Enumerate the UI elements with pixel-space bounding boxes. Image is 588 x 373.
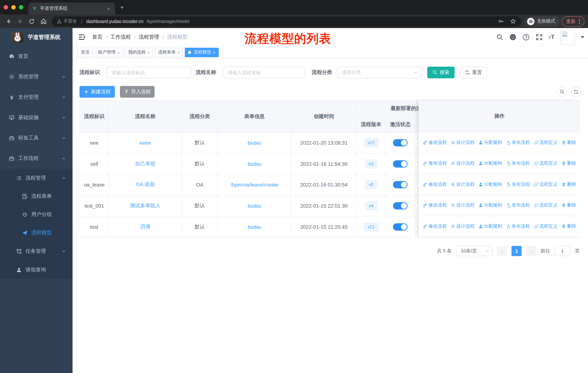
- breadcrumb-workflow[interactable]: 工作流程: [110, 34, 131, 40]
- active-toggle[interactable]: [393, 139, 408, 147]
- home-button[interactable]: [39, 17, 48, 26]
- action-design[interactable]: 设计流程: [450, 140, 474, 146]
- sidebar-collapse-icon[interactable]: [78, 33, 86, 41]
- search-button[interactable]: 搜索: [427, 67, 455, 78]
- bookmark-star-icon[interactable]: [510, 18, 516, 24]
- github-icon[interactable]: [509, 33, 516, 41]
- tag-my-process[interactable]: 我的流程 ×: [125, 48, 153, 57]
- avatar-caret-icon[interactable]: [581, 36, 584, 38]
- filter-key-input[interactable]: [107, 67, 191, 78]
- process-name-link[interactable]: eeee: [140, 140, 151, 146]
- tag-process-form[interactable]: 流程表单 ×: [155, 48, 183, 57]
- action-assign-rule[interactable]: 分配规则: [478, 181, 502, 188]
- window-zoom-button[interactable]: [19, 5, 23, 10]
- sidebar-item-system[interactable]: 系统管理: [0, 67, 73, 87]
- sidebar-item-workflow[interactable]: 工作流程: [0, 148, 73, 169]
- sidebar-item-pay[interactable]: ¥ 支付管理: [0, 87, 73, 107]
- prev-page-button[interactable]: ‹: [497, 246, 507, 256]
- action-edit[interactable]: 修改流程: [423, 223, 447, 230]
- action-edit[interactable]: 修改流程: [423, 181, 447, 188]
- toggle-search-button[interactable]: [557, 87, 567, 97]
- breadcrumb-process-mgmt[interactable]: 流程管理: [139, 34, 159, 40]
- filter-name-input[interactable]: [223, 67, 305, 78]
- new-tab-button[interactable]: +: [120, 4, 124, 10]
- form-info-link[interactable]: biubiu: [248, 140, 261, 146]
- active-toggle[interactable]: [393, 202, 408, 210]
- action-publish[interactable]: 发布流程: [506, 181, 530, 188]
- action-delete[interactable]: 删除: [561, 202, 576, 209]
- form-info-link[interactable]: biubiu: [248, 224, 261, 230]
- form-info-link[interactable]: biubiu: [248, 203, 261, 209]
- process-name-link[interactable]: 测试多审批人: [130, 202, 161, 209]
- help-icon[interactable]: [522, 33, 530, 41]
- action-definition[interactable]: 流程定义: [534, 161, 557, 167]
- sidebar-item-process-model[interactable]: 流程模型: [0, 224, 73, 242]
- font-size-icon[interactable]: TT: [549, 34, 555, 40]
- sidebar-item-home[interactable]: 首页: [0, 46, 73, 67]
- refresh-table-button[interactable]: [571, 87, 581, 97]
- sidebar-item-leave-query[interactable]: 请假查询: [0, 261, 73, 279]
- action-publish[interactable]: 发布流程: [506, 202, 530, 209]
- tag-close-icon[interactable]: ×: [147, 50, 150, 54]
- current-page-button[interactable]: 1: [511, 246, 522, 256]
- process-name-link[interactable]: 自己审批: [135, 161, 156, 167]
- reload-button[interactable]: [27, 17, 36, 26]
- search-icon[interactable]: [496, 33, 504, 41]
- tag-tenant[interactable]: 租户管理 ×: [95, 48, 123, 57]
- password-key-icon[interactable]: [498, 18, 504, 24]
- active-toggle[interactable]: [393, 181, 408, 189]
- sidebar-item-infra[interactable]: 基础设施: [0, 107, 73, 128]
- import-process-button[interactable]: 导入流程: [120, 86, 155, 98]
- sidebar-item-dev[interactable]: 研发工具: [0, 128, 73, 148]
- fullscreen-icon[interactable]: [536, 33, 543, 41]
- goto-page-input[interactable]: [555, 246, 570, 256]
- tag-home[interactable]: 首页: [78, 48, 93, 57]
- action-definition[interactable]: 流程定义: [534, 140, 557, 146]
- security-status[interactable]: 不安全: [57, 18, 77, 24]
- action-delete[interactable]: 删除: [561, 181, 576, 188]
- sidebar-item-process-mgmt[interactable]: 流程管理: [0, 169, 73, 187]
- action-edit[interactable]: 修改流程: [423, 202, 447, 209]
- tag-process-model[interactable]: 流程模型 ×: [185, 48, 219, 57]
- browser-tab[interactable]: 芋道管理系统 ×: [28, 2, 115, 15]
- window-minimize-button[interactable]: [11, 5, 16, 10]
- avatar[interactable]: [560, 30, 575, 44]
- action-publish[interactable]: 发布流程: [506, 161, 530, 167]
- active-toggle[interactable]: [393, 160, 408, 168]
- action-definition[interactable]: 流程定义: [534, 181, 557, 188]
- tag-close-icon[interactable]: ×: [213, 50, 215, 54]
- form-info-link[interactable]: /bpm/oa/leave/create: [231, 182, 278, 188]
- tag-close-icon[interactable]: ×: [178, 50, 180, 54]
- breadcrumb-home[interactable]: 首页: [92, 34, 102, 40]
- action-assign-rule[interactable]: 分配规则: [478, 140, 502, 146]
- action-definition[interactable]: 流程定义: [534, 202, 557, 209]
- page-size-select[interactable]: 10条/页: [456, 246, 493, 256]
- action-definition[interactable]: 流程定义: [534, 223, 557, 230]
- reset-button[interactable]: 重置: [460, 67, 487, 78]
- forward-button[interactable]: [15, 17, 25, 26]
- action-delete[interactable]: 删除: [561, 140, 576, 146]
- action-design[interactable]: 设计流程: [450, 202, 474, 209]
- sidebar-item-task-mgmt[interactable]: 任务管理: [0, 242, 73, 261]
- action-assign-rule[interactable]: 分配规则: [478, 223, 502, 230]
- process-name-link[interactable]: OA 请假: [136, 181, 155, 188]
- create-process-button[interactable]: 新建流程: [79, 86, 115, 98]
- sidebar-item-process-form[interactable]: 流程表单: [0, 187, 73, 205]
- tab-close-icon[interactable]: ×: [106, 6, 112, 11]
- action-publish[interactable]: 发布流程: [506, 140, 530, 146]
- tag-close-icon[interactable]: ×: [117, 50, 120, 54]
- active-toggle[interactable]: [393, 223, 408, 231]
- action-design[interactable]: 设计流程: [450, 161, 474, 167]
- sidebar-item-user-group[interactable]: 用户分组: [0, 205, 73, 224]
- window-close-button[interactable]: [4, 5, 8, 10]
- next-page-button[interactable]: ›: [526, 246, 536, 256]
- action-publish[interactable]: 发布流程: [506, 223, 530, 230]
- action-edit[interactable]: 修改流程: [423, 161, 447, 167]
- action-edit[interactable]: 修改流程: [423, 140, 447, 146]
- action-assign-rule[interactable]: 分配规则: [478, 161, 502, 167]
- action-delete[interactable]: 删除: [561, 161, 576, 167]
- address-bar[interactable]: 不安全 dashboard.yudao.iocoder.cn /bpm/mana…: [52, 16, 521, 26]
- back-button[interactable]: [4, 17, 13, 26]
- action-design[interactable]: 设计流程: [450, 181, 474, 188]
- action-design[interactable]: 设计流程: [450, 223, 474, 230]
